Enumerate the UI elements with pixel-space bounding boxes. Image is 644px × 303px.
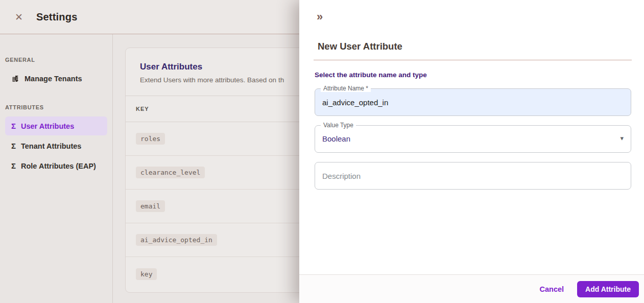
close-icon[interactable]: ✕ xyxy=(14,12,24,22)
page-title: Settings xyxy=(36,11,78,23)
key-chip: roles xyxy=(136,133,165,145)
value-type-value: Boolean xyxy=(322,134,350,143)
sidebar-item-role-attributes[interactable]: Σ Role Attributes (EAP) xyxy=(5,156,107,175)
chevron-down-icon: ▾ xyxy=(620,134,624,142)
description-field xyxy=(315,162,631,190)
key-chip: email xyxy=(136,200,165,212)
value-type-label: Value Type xyxy=(321,122,356,129)
sidebar: GENERAL Manage Tenants ATTRIBUTES Σ User… xyxy=(0,34,113,303)
sidebar-item-label: Role Attributes (EAP) xyxy=(21,162,96,170)
sigma-icon: Σ xyxy=(11,122,16,130)
key-chip: clearance_level xyxy=(136,167,205,178)
sidebar-item-manage-tenants[interactable]: Manage Tenants xyxy=(5,69,107,88)
sidebar-item-tenant-attributes[interactable]: Σ Tenant Attributes xyxy=(5,136,107,155)
column-header-key: KEY xyxy=(136,106,149,112)
new-user-attribute-drawer: » New User Attribute Select the attribut… xyxy=(299,0,644,303)
attribute-name-field: Attribute Name * xyxy=(315,88,631,116)
drawer-divider xyxy=(314,60,632,60)
sidebar-item-label: Manage Tenants xyxy=(25,75,82,83)
key-chip: ai_advice_opted_in xyxy=(136,234,217,246)
sidebar-section-attributes: ATTRIBUTES xyxy=(5,104,112,110)
sidebar-item-label: User Attributes xyxy=(21,122,74,130)
drawer-section-label: Select the attribute name and type xyxy=(315,71,427,79)
building-icon xyxy=(11,75,19,83)
sigma-icon: Σ xyxy=(11,142,16,150)
description-input[interactable] xyxy=(315,162,631,189)
sidebar-item-label: Tenant Attributes xyxy=(21,142,81,150)
sidebar-item-user-attributes[interactable]: Σ User Attributes xyxy=(5,116,107,135)
drawer-title: New User Attribute xyxy=(318,41,402,52)
sigma-icon: Σ xyxy=(11,161,16,170)
collapse-drawer-icon[interactable]: » xyxy=(317,11,323,22)
attribute-name-input[interactable] xyxy=(315,89,631,115)
key-chip: key xyxy=(136,268,157,280)
add-attribute-button[interactable]: Add Attribute xyxy=(577,281,639,297)
sidebar-section-general: GENERAL xyxy=(5,57,112,63)
cancel-button[interactable]: Cancel xyxy=(540,285,564,293)
value-type-select[interactable]: Value Type Boolean ▾ xyxy=(315,125,631,153)
drawer-footer: Cancel Add Attribute xyxy=(299,274,644,303)
attribute-name-label: Attribute Name * xyxy=(321,85,371,92)
